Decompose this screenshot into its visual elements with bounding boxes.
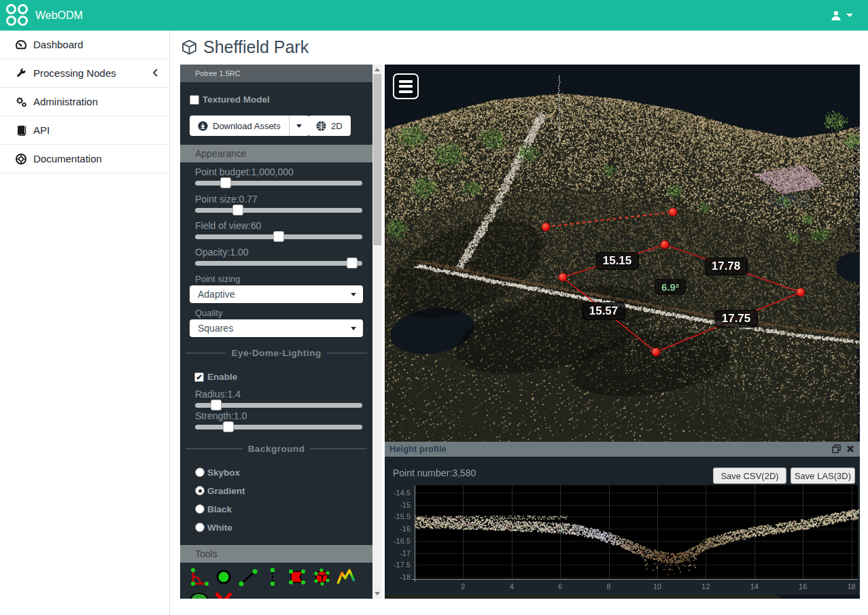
user-caret-icon: [846, 14, 853, 17]
volume-tool-icon[interactable]: [311, 566, 332, 588]
background-radio-skybox[interactable]: Skybox: [195, 467, 240, 478]
sidebar-item-documentation[interactable]: Documentation: [0, 145, 169, 173]
panel-scrollbar[interactable]: [372, 65, 382, 599]
caret-down-icon: [351, 293, 356, 296]
checkbox-checked-icon: ✔: [194, 372, 204, 382]
sidebar-item-label: Dashboard: [33, 31, 83, 59]
clip-volume-tool-icon[interactable]: [188, 589, 210, 599]
edl-radius-slider[interactable]: [195, 403, 362, 408]
scroll-down-icon[interactable]: [375, 592, 380, 595]
top-navbar: WebODM: [0, 0, 868, 31]
close-icon[interactable]: [846, 444, 854, 453]
field-of-view-label: Field of view:60: [195, 220, 261, 231]
background-radio-black[interactable]: Black: [195, 504, 232, 514]
radio-icon: [195, 486, 205, 495]
user-icon: [831, 10, 841, 21]
popout-icon[interactable]: [832, 444, 841, 453]
edl-strength-slider[interactable]: [195, 425, 362, 429]
save-las-button[interactable]: Save LAS(3D): [791, 468, 855, 484]
user-menu[interactable]: [831, 0, 853, 31]
sidebar-nav: Dashboard Processing Nodes Administratio…: [0, 31, 170, 615]
measurement-point[interactable]: [542, 223, 550, 231]
point-size-slider[interactable]: [195, 208, 362, 213]
sidebar-item-api[interactable]: API: [0, 116, 169, 145]
distance-tool-icon[interactable]: [237, 566, 259, 588]
height-profile-chart[interactable]: [385, 482, 860, 595]
opacity-slider[interactable]: [195, 261, 362, 266]
radio-icon: [195, 504, 205, 514]
point-budget-slider[interactable]: [195, 181, 362, 186]
chevron-left-icon[interactable]: [152, 68, 158, 77]
sidebar-item-label: API: [33, 116, 50, 145]
area-label: 6.9²: [655, 279, 686, 295]
page-title: Sheffield Park: [181, 37, 309, 57]
field-of-view-slider[interactable]: [195, 234, 362, 239]
background-radio-white[interactable]: White: [195, 522, 232, 533]
sidebar-item-label: Administration: [33, 88, 98, 116]
quality-select[interactable]: Squares: [190, 319, 363, 337]
edge-length-label: 17.78: [705, 258, 748, 275]
brand-title: WebODM: [35, 0, 83, 31]
sidebar-item-dashboard[interactable]: Dashboard: [0, 31, 169, 59]
measurement-point[interactable]: [797, 288, 805, 296]
slider-handle[interactable]: [220, 177, 231, 188]
height-tool-icon[interactable]: [262, 566, 283, 588]
download-options-caret-button[interactable]: [289, 116, 309, 136]
quality-label: Quality: [195, 308, 222, 318]
point-sizing-select[interactable]: Adaptive: [190, 285, 363, 303]
appearance-section-header: Appearance: [180, 145, 372, 162]
height-profile-titlebar[interactable]: Height profile: [385, 442, 860, 457]
page-title-text: Sheffield Park: [203, 37, 309, 57]
slider-handle[interactable]: [273, 231, 284, 242]
point-size-label: Point size:0.77: [195, 194, 258, 205]
download-assets-button[interactable]: Download Assets: [190, 116, 289, 136]
remove-tool-icon[interactable]: [213, 589, 235, 599]
edge-length-label: 17.75: [715, 310, 758, 328]
tachometer-icon: [15, 39, 27, 51]
point-tool-icon[interactable]: [213, 566, 235, 588]
viewer-menu-button[interactable]: [393, 73, 419, 99]
measurement-point[interactable]: [669, 208, 677, 216]
globe-icon: [316, 121, 326, 131]
edl-enable-checkbox[interactable]: ✔ Enable: [194, 372, 237, 382]
caret-down-icon: [296, 124, 302, 128]
slider-handle[interactable]: [347, 258, 358, 268]
measurement-point[interactable]: [661, 241, 669, 249]
scrollbar-thumb[interactable]: [373, 74, 381, 245]
edl-radius-label: Radius:1.4: [195, 389, 241, 400]
wrench-icon: [15, 67, 27, 80]
edl-strength-label: Strength:1.0: [195, 410, 247, 421]
area-tool-icon[interactable]: [286, 566, 308, 588]
textured-model-checkbox[interactable]: Textured Model: [190, 94, 270, 105]
sidebar-item-processing-nodes[interactable]: Processing Nodes: [0, 59, 169, 88]
cube-icon: [181, 39, 198, 56]
background-radio-gradient[interactable]: Gradient: [195, 485, 245, 496]
radio-icon: [195, 523, 205, 532]
slider-handle[interactable]: [223, 421, 234, 432]
edl-legend: Eye-Dome-Lighting: [180, 348, 372, 358]
checkbox-unchecked-icon: [190, 95, 199, 105]
sidebar-item-label: Documentation: [33, 145, 102, 173]
point-sizing-label: Point sizing: [195, 274, 240, 284]
caret-down-icon: [351, 327, 356, 330]
background-legend: Background: [180, 444, 372, 454]
scroll-up-icon[interactable]: [375, 68, 380, 71]
measurement-point[interactable]: [652, 348, 660, 356]
profile-tool-icon[interactable]: [335, 566, 357, 588]
book-icon: [15, 124, 27, 137]
slider-handle[interactable]: [211, 400, 222, 410]
slider-handle[interactable]: [232, 205, 243, 215]
point-cloud-viewer[interactable]: 15.1517.7815.5717.756.9² Height profile …: [385, 65, 860, 599]
angle-tool-icon[interactable]: [188, 566, 210, 588]
tools-section-header: Tools: [180, 545, 372, 563]
potree-settings-panel: Potree 1.5RC Textured Model Download Ass…: [180, 65, 372, 599]
point-number: Point number:3,580: [393, 468, 476, 478]
view-2d-button[interactable]: 2D: [308, 116, 351, 136]
radio-icon: [195, 468, 205, 477]
edge-length-label: 15.15: [596, 252, 639, 270]
height-profile-panel: Height profile Point number:3,580 Save C…: [385, 442, 860, 595]
sidebar-item-administration[interactable]: Administration: [0, 88, 169, 116]
save-csv-button[interactable]: Save CSV(2D): [713, 468, 786, 484]
sidebar-item-label: Processing Nodes: [33, 59, 116, 88]
measurement-point[interactable]: [559, 273, 567, 281]
